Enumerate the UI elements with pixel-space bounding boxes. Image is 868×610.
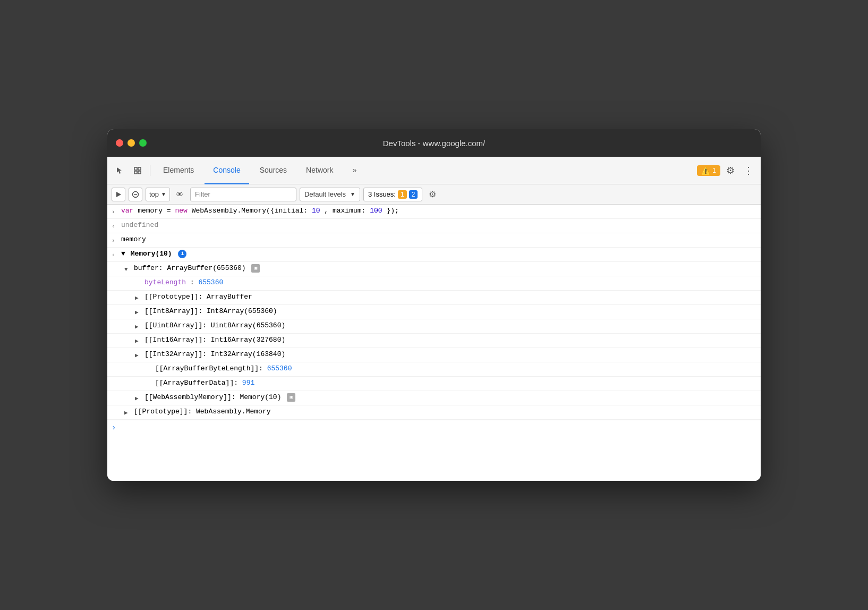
console-line: ▶ byteLength : 655360 (107, 276, 761, 291)
bytelength-value[interactable]: 655360 (198, 278, 223, 286)
console-line: ▶ [[ArrayBufferByteLength]]: 655360 (107, 362, 761, 377)
wam-proto-arrow-icon[interactable]: ▶ (124, 407, 134, 418)
minimize-button[interactable] (127, 139, 135, 147)
number-10: 10 (312, 207, 320, 215)
wam-arrow-icon[interactable]: ▶ (135, 393, 144, 403)
db-icon: ▣ (251, 264, 260, 273)
tab-more[interactable]: » (344, 157, 365, 184)
settings-icon[interactable]: ⚙ (722, 163, 738, 179)
filter-input[interactable] (190, 188, 296, 201)
tab-network[interactable]: Network (297, 157, 342, 184)
console-line: › var memory = new WebAssembly.Memory({i… (107, 205, 761, 219)
bytelength-prop: byteLength (144, 278, 186, 286)
uint8-arrow-icon[interactable]: ▶ (135, 321, 144, 332)
run-button[interactable] (112, 188, 125, 201)
dropdown-arrow-icon: ▼ (161, 191, 166, 197)
int16-content: [[Int16Array]]: Int16Array(327680) (144, 335, 756, 345)
svg-rect-1 (138, 167, 141, 170)
devtools-window: DevTools - www.google.com/ Elements Cons… (107, 129, 761, 481)
buffer-content: buffer: ArrayBuffer(655360) ▣ (134, 264, 756, 273)
levels-arrow-icon: ▼ (350, 191, 355, 197)
console-line: ▶ [[Prototype]]: ArrayBuffer (107, 291, 761, 305)
tab-sources[interactable]: Sources (251, 157, 295, 184)
console-line: ▶ [[Prototype]]: WebAssembly.Memory (107, 405, 761, 420)
int32-content: [[Int32Array]]: Int32Array(163840) (144, 350, 756, 359)
int8-content: [[Int8Array]]: Int8Array(655360) (144, 307, 756, 316)
context-value: top (149, 190, 159, 198)
expand-arrow-icon[interactable]: › (112, 235, 121, 245)
console-line: ▶ [[WebAssemblyMemory]]: Memory(10) ▣ (107, 391, 761, 405)
return-arrow-icon: ‹ (112, 249, 121, 260)
info-icon[interactable]: i (178, 250, 186, 258)
console-line: ▶ [[Int16Array]]: Int16Array(327680) (107, 334, 761, 348)
console-toolbar: top ▼ 👁 Default levels ▼ 3 Issues: 1 2 ⚙ (107, 184, 761, 205)
number-100: 100 (370, 207, 382, 215)
keyword-var: var (121, 207, 133, 215)
buffer-arrow-icon[interactable]: ▼ (124, 264, 134, 274)
input-arrow-icon[interactable]: › (112, 206, 121, 217)
undefined-output: undefined (121, 221, 756, 230)
levels-selector[interactable]: Default levels ▼ (300, 188, 360, 201)
issues-text: 3 Issues: (368, 190, 396, 198)
context-selector[interactable]: top ▼ (146, 188, 170, 201)
proto-arrow-icon[interactable]: ▶ (135, 292, 144, 303)
tab-elements[interactable]: Elements (155, 157, 202, 184)
tab-console[interactable]: Console (205, 157, 249, 184)
memory-return: ▼ Memory(10) i (121, 249, 756, 259)
svg-rect-0 (134, 167, 137, 170)
info-count: 2 (409, 190, 418, 199)
abdata-content: [[ArrayBufferData]]: 991 (155, 378, 756, 388)
output-arrow-icon: ‹ (112, 221, 121, 231)
eye-icon[interactable]: 👁 (173, 188, 187, 201)
warning-icon: ⚠️ (701, 166, 710, 175)
wam-proto-content: [[Prototype]]: WebAssembly.Memory (134, 407, 756, 417)
warning-count: 1 (398, 190, 407, 199)
console-line: ▶ [[Uint8Array]]: Uint8Array(655360) (107, 319, 761, 334)
svg-rect-3 (138, 171, 141, 174)
keyword-new: new (175, 207, 187, 215)
console-line: ▶ [[ArrayBufferData]]: 991 (107, 377, 761, 391)
console-prompt: › (107, 420, 761, 435)
proto-content: [[Prototype]]: ArrayBuffer (144, 292, 756, 302)
console-line: ‹ undefined (107, 219, 761, 233)
console-line: ▶ [[Int8Array]]: Int8Array(655360) (107, 305, 761, 319)
console-line: ▼ buffer: ArrayBuffer(655360) ▣ (107, 262, 761, 276)
titlebar: DevTools - www.google.com/ (107, 129, 761, 157)
int16-arrow-icon[interactable]: ▶ (135, 335, 144, 346)
close-button[interactable] (116, 139, 123, 147)
issues-count: 1 (712, 167, 716, 174)
abbyl-content: [[ArrayBufferByteLength]]: 655360 (155, 364, 756, 374)
main-toolbar: Elements Console Sources Network » ⚠️ 1 … (107, 157, 761, 184)
uint8-content: [[Uint8Array]]: Uint8Array(655360) (144, 321, 756, 331)
prompt-arrow-icon: › (112, 423, 116, 432)
maximize-button[interactable] (139, 139, 147, 147)
more-options-icon[interactable]: ⋮ (741, 163, 756, 179)
abbyl-value[interactable]: 655360 (267, 365, 292, 372)
window-title: DevTools - www.google.com/ (383, 139, 486, 148)
issues-counter[interactable]: 3 Issues: 1 2 (363, 188, 422, 201)
toolbar-divider (150, 165, 150, 176)
line-content: var memory = new WebAssembly.Memory({ini… (121, 206, 756, 216)
bytelength-content: byteLength : 655360 (144, 278, 756, 287)
wam-content: [[WebAssemblyMemory]]: Memory(10) ▣ (144, 393, 756, 402)
console-line: ▶ [[Int32Array]]: Int32Array(163840) (107, 348, 761, 362)
memory-input: memory (121, 235, 756, 244)
int32-arrow-icon[interactable]: ▶ (135, 350, 144, 360)
console-line: › memory (107, 233, 761, 248)
clear-button[interactable] (129, 188, 142, 201)
abdata-value[interactable]: 991 (242, 379, 254, 387)
issues-badge[interactable]: ⚠️ 1 (697, 165, 720, 176)
levels-label: Default levels (304, 190, 346, 198)
console-line: ‹ ▼ Memory(10) i (107, 248, 761, 262)
svg-rect-2 (134, 171, 137, 174)
console-settings-icon[interactable]: ⚙ (426, 188, 439, 201)
inspect-icon[interactable] (130, 163, 146, 179)
wam-db-icon: ▣ (287, 393, 295, 402)
int8-arrow-icon[interactable]: ▶ (135, 307, 144, 317)
svg-marker-4 (116, 192, 121, 197)
cursor-icon[interactable] (112, 163, 127, 179)
traffic-lights (116, 139, 147, 147)
console-output: › var memory = new WebAssembly.Memory({i… (107, 205, 761, 481)
